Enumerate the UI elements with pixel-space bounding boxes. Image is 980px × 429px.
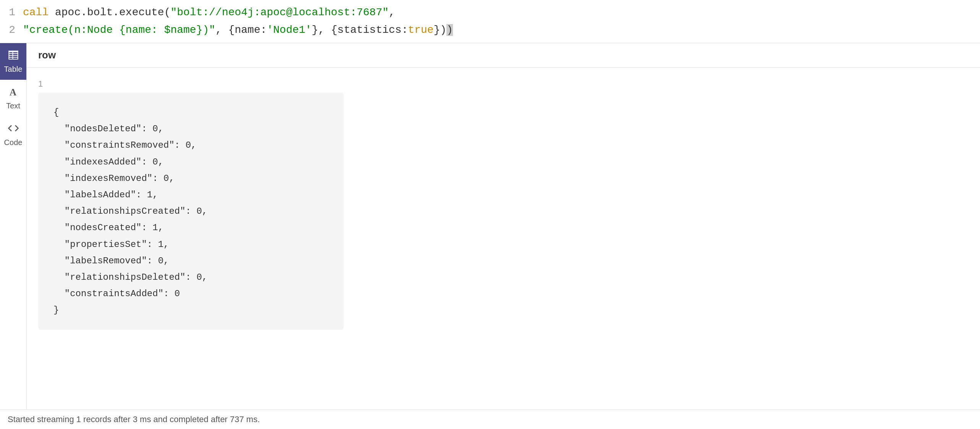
line-number-1: 1 (0, 5, 23, 21)
code-line-2: 2 "create(n:Node {name: $name})", {name:… (0, 21, 980, 39)
json-field-labelsRemoved: "labelsRemoved": 0, (53, 253, 328, 269)
status-bar: Started streaming 1 records after 3 ms a… (0, 410, 980, 429)
sidebar-table-label: Table (4, 65, 23, 74)
sidebar-item-text[interactable]: A Text (0, 80, 26, 116)
cursor: ) (446, 24, 453, 36)
row-number: 1 (38, 75, 969, 93)
code-text: apoc.bolt.execute( (55, 6, 170, 18)
svg-rect-7 (17, 51, 18, 60)
json-field-constraintsAdded: "constraintsAdded": 0 (53, 285, 328, 302)
keyword-true: true (408, 24, 433, 36)
table-icon (8, 49, 19, 63)
status-message: Started streaming 1 records after 3 ms a… (8, 414, 260, 424)
sidebar: Table A Text Code (0, 43, 27, 410)
string-literal-2: "create(n:Node {name: $name})" (23, 24, 215, 36)
string-literal-3: 'Node1' (267, 24, 312, 36)
results-header: row (27, 43, 980, 68)
json-close-brace: } (53, 302, 328, 318)
svg-rect-4 (8, 59, 18, 60)
sidebar-code-label: Code (4, 138, 23, 147)
sidebar-item-table[interactable]: Table (0, 43, 26, 80)
sidebar-text-label: Text (6, 102, 20, 110)
line-content-1: call apoc.bolt.execute("bolt://neo4j:apo… (23, 5, 980, 21)
svg-rect-6 (12, 51, 13, 60)
json-field-relationshipsDeleted: "relationshipsDeleted": 0, (53, 269, 328, 285)
json-field-indexesRemoved: "indexesRemoved": 0, (53, 170, 328, 187)
code-text-4: }) (433, 24, 446, 36)
results-body: 1 { "nodesDeleted": 0, "constraintsRemov… (27, 68, 980, 410)
string-literal-1: "bolt://neo4j:apoc@localhost:7687" (170, 6, 388, 18)
line-number-2: 2 (0, 22, 23, 38)
json-open-brace: { (53, 104, 328, 121)
code-comma: , (389, 6, 395, 18)
json-result-cell: { "nodesDeleted": 0, "constraintsRemoved… (38, 93, 344, 330)
code-editor[interactable]: 1 call apoc.bolt.execute("bolt://neo4j:a… (0, 0, 980, 43)
code-line-1: 1 call apoc.bolt.execute("bolt://neo4j:a… (0, 4, 980, 21)
line-content-2: "create(n:Node {name: $name})", {name:'N… (23, 22, 980, 38)
column-header: row (38, 49, 56, 61)
text-icon: A (8, 86, 19, 100)
editor-area: 1 call apoc.bolt.execute("bolt://neo4j:a… (0, 0, 980, 43)
svg-rect-3 (8, 57, 18, 58)
json-field-constraintsRemoved: "constraintsRemoved": 0, (53, 137, 328, 153)
code-icon (8, 123, 19, 137)
svg-rect-1 (8, 53, 18, 54)
json-field-propertiesSet: "propertiesSet": 1, (53, 236, 328, 253)
sidebar-item-code[interactable]: Code (0, 116, 26, 153)
svg-text:A: A (10, 87, 16, 97)
code-text-3: }, {statistics: (312, 24, 408, 36)
json-field-labelsAdded: "labelsAdded": 1, (53, 187, 328, 203)
svg-rect-2 (8, 55, 18, 56)
json-field-relationshipsCreated: "relationshipsCreated": 0, (53, 203, 328, 219)
keyword-call: call (23, 6, 55, 18)
json-field-nodesDeleted: "nodesDeleted": 0, (53, 121, 328, 137)
svg-rect-5 (8, 51, 9, 60)
svg-rect-0 (8, 51, 18, 52)
json-field-nodesCreated: "nodesCreated": 1, (53, 219, 328, 236)
results-area: row 1 { "nodesDeleted": 0, "constraintsR… (27, 43, 980, 410)
json-field-indexesAdded: "indexesAdded": 0, (53, 154, 328, 170)
main-content: Table A Text Code row 1 (0, 43, 980, 410)
code-text-2: , {name: (215, 24, 267, 36)
